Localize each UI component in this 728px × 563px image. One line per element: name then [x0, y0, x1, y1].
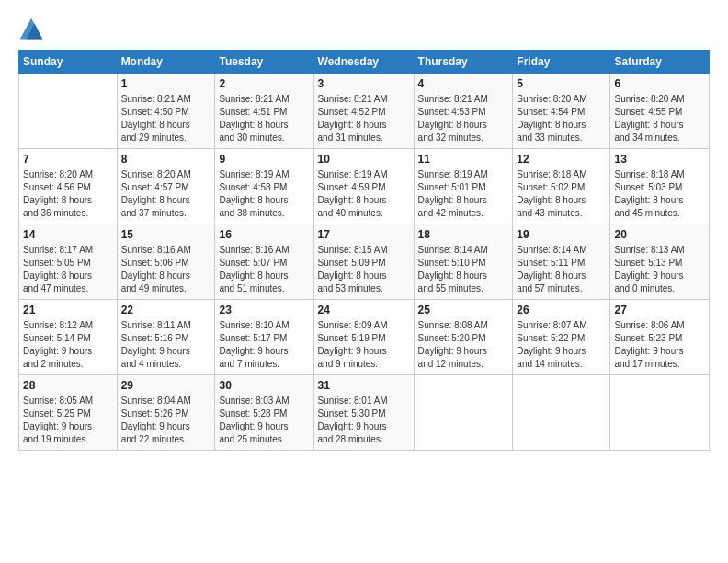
day-cell: 23Sunrise: 8:10 AMSunset: 5:17 PMDayligh… — [215, 300, 313, 375]
day-number: 26 — [517, 303, 606, 318]
day-number: 12 — [517, 152, 606, 167]
day-number: 19 — [517, 227, 606, 243]
day-cell: 6Sunrise: 8:20 AMSunset: 4:55 PMDaylight… — [610, 74, 710, 149]
day-number: 9 — [219, 152, 309, 167]
day-cell: 13Sunrise: 8:18 AMSunset: 5:03 PMDayligh… — [610, 149, 710, 224]
day-cell: 22Sunrise: 8:11 AMSunset: 5:16 PMDayligh… — [117, 300, 215, 375]
day-number: 23 — [219, 303, 309, 318]
day-info: Sunrise: 8:19 AMSunset: 5:01 PMDaylight:… — [418, 168, 509, 220]
day-info: Sunrise: 8:11 AMSunset: 5:16 PMDaylight:… — [121, 319, 211, 371]
header-cell-friday: Friday — [513, 51, 610, 74]
day-info: Sunrise: 8:05 AMSunset: 5:25 PMDaylight:… — [23, 395, 113, 446]
day-number: 20 — [614, 227, 705, 243]
day-info: Sunrise: 8:20 AMSunset: 4:55 PMDaylight:… — [614, 93, 705, 144]
header-cell-tuesday: Tuesday — [215, 51, 313, 74]
week-row-5: 28Sunrise: 8:05 AMSunset: 5:25 PMDayligh… — [19, 375, 710, 451]
week-row-2: 7Sunrise: 8:20 AMSunset: 4:56 PMDaylight… — [19, 149, 710, 224]
day-number: 27 — [614, 303, 705, 318]
day-info: Sunrise: 8:03 AMSunset: 5:28 PMDaylight:… — [219, 395, 309, 446]
day-cell: 4Sunrise: 8:21 AMSunset: 4:53 PMDaylight… — [414, 74, 513, 149]
day-info: Sunrise: 8:10 AMSunset: 5:17 PMDaylight:… — [219, 319, 309, 371]
day-info: Sunrise: 8:09 AMSunset: 5:19 PMDaylight:… — [318, 319, 410, 371]
day-cell: 3Sunrise: 8:21 AMSunset: 4:52 PMDaylight… — [313, 74, 414, 149]
day-cell: 26Sunrise: 8:07 AMSunset: 5:22 PMDayligh… — [513, 300, 610, 375]
day-number: 7 — [23, 152, 113, 167]
day-info: Sunrise: 8:07 AMSunset: 5:22 PMDaylight:… — [517, 319, 606, 371]
day-info: Sunrise: 8:16 AMSunset: 5:07 PMDaylight:… — [219, 244, 309, 295]
day-number: 17 — [318, 227, 410, 243]
day-number: 8 — [121, 152, 211, 167]
day-number: 30 — [219, 378, 309, 394]
day-info: Sunrise: 8:20 AMSunset: 4:57 PMDaylight:… — [121, 168, 211, 220]
day-cell: 5Sunrise: 8:20 AMSunset: 4:54 PMDaylight… — [513, 74, 610, 149]
day-cell: 10Sunrise: 8:19 AMSunset: 4:59 PMDayligh… — [313, 149, 414, 224]
header-cell-thursday: Thursday — [414, 51, 513, 74]
day-number: 4 — [418, 76, 509, 92]
day-cell: 18Sunrise: 8:14 AMSunset: 5:10 PMDayligh… — [414, 224, 513, 300]
day-info: Sunrise: 8:06 AMSunset: 5:23 PMDaylight:… — [614, 319, 705, 371]
day-number: 5 — [517, 76, 606, 92]
calendar-header: SundayMondayTuesdayWednesdayThursdayFrid… — [19, 51, 710, 74]
day-info: Sunrise: 8:13 AMSunset: 5:13 PMDaylight:… — [614, 244, 705, 295]
day-cell: 8Sunrise: 8:20 AMSunset: 4:57 PMDaylight… — [117, 149, 215, 224]
day-number: 31 — [318, 378, 410, 394]
day-info: Sunrise: 8:01 AMSunset: 5:30 PMDaylight:… — [318, 395, 410, 446]
day-info: Sunrise: 8:16 AMSunset: 5:06 PMDaylight:… — [121, 244, 211, 295]
day-info: Sunrise: 8:04 AMSunset: 5:26 PMDaylight:… — [121, 395, 211, 446]
day-number: 11 — [418, 152, 509, 167]
header-row: SundayMondayTuesdayWednesdayThursdayFrid… — [19, 51, 710, 74]
day-cell: 21Sunrise: 8:12 AMSunset: 5:14 PMDayligh… — [19, 300, 118, 375]
day-info: Sunrise: 8:18 AMSunset: 5:03 PMDaylight:… — [614, 168, 705, 220]
page: SundayMondayTuesdayWednesdayThursdayFrid… — [0, 0, 728, 563]
logo-icon — [18, 17, 44, 42]
day-cell: 24Sunrise: 8:09 AMSunset: 5:19 PMDayligh… — [313, 300, 414, 375]
day-number: 14 — [23, 227, 113, 243]
week-row-4: 21Sunrise: 8:12 AMSunset: 5:14 PMDayligh… — [19, 300, 710, 375]
day-info: Sunrise: 8:17 AMSunset: 5:05 PMDaylight:… — [23, 244, 113, 295]
day-info: Sunrise: 8:19 AMSunset: 4:58 PMDaylight:… — [219, 168, 309, 220]
day-cell: 19Sunrise: 8:14 AMSunset: 5:11 PMDayligh… — [513, 224, 610, 300]
day-number: 24 — [318, 303, 410, 318]
day-cell: 25Sunrise: 8:08 AMSunset: 5:20 PMDayligh… — [414, 300, 513, 375]
day-cell: 28Sunrise: 8:05 AMSunset: 5:25 PMDayligh… — [19, 375, 118, 451]
day-number: 6 — [614, 76, 705, 92]
header-cell-sunday: Sunday — [19, 51, 118, 74]
day-number: 18 — [418, 227, 509, 243]
day-number: 29 — [121, 378, 211, 394]
day-number: 3 — [318, 76, 410, 92]
day-cell: 12Sunrise: 8:18 AMSunset: 5:02 PMDayligh… — [513, 149, 610, 224]
week-row-1: 1Sunrise: 8:21 AMSunset: 4:50 PMDaylight… — [19, 74, 710, 149]
day-cell: 7Sunrise: 8:20 AMSunset: 4:56 PMDaylight… — [19, 149, 118, 224]
header-cell-monday: Monday — [117, 51, 215, 74]
day-cell: 27Sunrise: 8:06 AMSunset: 5:23 PMDayligh… — [610, 300, 710, 375]
day-info: Sunrise: 8:20 AMSunset: 4:54 PMDaylight:… — [517, 93, 606, 144]
day-cell: 30Sunrise: 8:03 AMSunset: 5:28 PMDayligh… — [215, 375, 313, 451]
day-cell: 17Sunrise: 8:15 AMSunset: 5:09 PMDayligh… — [313, 224, 414, 300]
day-cell — [513, 375, 610, 451]
day-cell: 14Sunrise: 8:17 AMSunset: 5:05 PMDayligh… — [19, 224, 118, 300]
header — [18, 17, 710, 42]
day-cell — [19, 74, 118, 149]
day-number: 28 — [23, 378, 113, 394]
day-cell: 29Sunrise: 8:04 AMSunset: 5:26 PMDayligh… — [117, 375, 215, 451]
day-info: Sunrise: 8:21 AMSunset: 4:52 PMDaylight:… — [318, 93, 410, 144]
day-cell: 20Sunrise: 8:13 AMSunset: 5:13 PMDayligh… — [610, 224, 710, 300]
day-cell: 11Sunrise: 8:19 AMSunset: 5:01 PMDayligh… — [414, 149, 513, 224]
day-cell — [610, 375, 710, 451]
day-number: 21 — [23, 303, 113, 318]
day-cell: 1Sunrise: 8:21 AMSunset: 4:50 PMDaylight… — [117, 74, 215, 149]
day-number: 16 — [219, 227, 309, 243]
day-info: Sunrise: 8:14 AMSunset: 5:11 PMDaylight:… — [517, 244, 606, 295]
week-row-3: 14Sunrise: 8:17 AMSunset: 5:05 PMDayligh… — [19, 224, 710, 300]
day-info: Sunrise: 8:14 AMSunset: 5:10 PMDaylight:… — [418, 244, 509, 295]
logo — [18, 17, 48, 42]
day-number: 13 — [614, 152, 705, 167]
day-number: 22 — [121, 303, 211, 318]
day-info: Sunrise: 8:21 AMSunset: 4:50 PMDaylight:… — [121, 93, 211, 144]
day-info: Sunrise: 8:20 AMSunset: 4:56 PMDaylight:… — [23, 168, 113, 220]
day-number: 25 — [418, 303, 509, 318]
header-cell-wednesday: Wednesday — [313, 51, 414, 74]
day-cell: 16Sunrise: 8:16 AMSunset: 5:07 PMDayligh… — [215, 224, 313, 300]
day-cell: 9Sunrise: 8:19 AMSunset: 4:58 PMDaylight… — [215, 149, 313, 224]
day-cell: 2Sunrise: 8:21 AMSunset: 4:51 PMDaylight… — [215, 74, 313, 149]
